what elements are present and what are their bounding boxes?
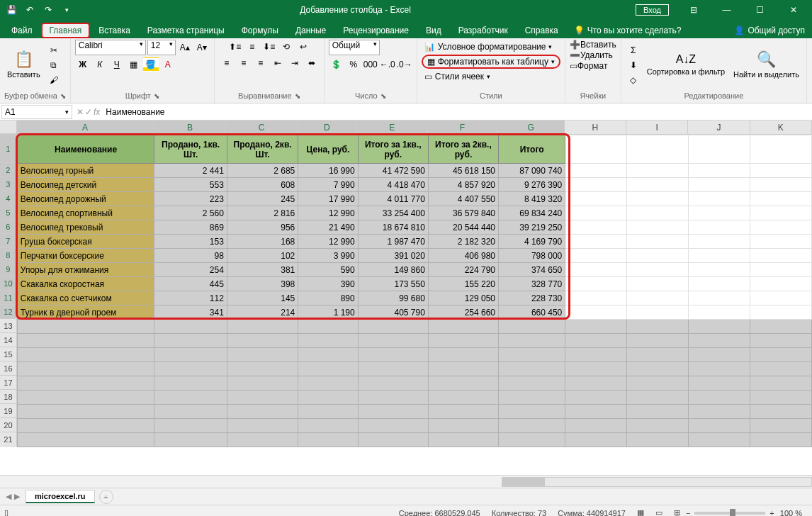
tab-formulas[interactable]: Формулы bbox=[233, 23, 287, 38]
cell[interactable]: 36 579 840 bbox=[428, 206, 498, 220]
cell[interactable]: Турник в дверной проем bbox=[17, 305, 154, 320]
cell[interactable]: 391 020 bbox=[358, 249, 428, 263]
table-row[interactable]: Скакалка со счетчиком11214589099 680129 … bbox=[17, 291, 811, 305]
row-header-8[interactable]: 8 bbox=[0, 248, 17, 262]
format-cells-button[interactable]: ▭Формат bbox=[570, 61, 608, 71]
orientation-icon[interactable]: ⟲ bbox=[278, 40, 294, 54]
cell[interactable]: 228 730 bbox=[499, 291, 565, 305]
table-header[interactable]: Итого за 2кв., руб. bbox=[428, 135, 498, 164]
cell[interactable]: 149 860 bbox=[358, 263, 428, 277]
table-row[interactable] bbox=[17, 419, 811, 433]
cell[interactable]: 553 bbox=[154, 178, 227, 192]
row-header-6[interactable]: 6 bbox=[0, 220, 17, 234]
cell[interactable]: 608 bbox=[227, 178, 298, 192]
tab-insert[interactable]: Вставка bbox=[90, 23, 139, 38]
cell[interactable]: 2 560 bbox=[154, 206, 227, 220]
cell[interactable]: 374 650 bbox=[499, 263, 565, 277]
align-bottom-icon[interactable]: ⬇≡ bbox=[261, 40, 277, 54]
row-header-15[interactable]: 15 bbox=[0, 347, 17, 361]
number-format-select[interactable]: Общий bbox=[329, 40, 380, 55]
decrease-font-icon[interactable]: A▾ bbox=[194, 40, 210, 55]
cell[interactable]: 4 011 770 bbox=[358, 192, 428, 206]
sheet-nav-next-icon[interactable]: ▶ bbox=[14, 492, 20, 501]
cell[interactable]: 890 bbox=[298, 291, 358, 305]
table-header[interactable]: Продано, 2кв. Шт. bbox=[227, 135, 298, 164]
cell[interactable]: 87 090 740 bbox=[499, 164, 565, 178]
cell[interactable]: 398 bbox=[227, 277, 298, 291]
autosum-icon[interactable]: Σ bbox=[626, 43, 641, 57]
minimize-icon[interactable]: — bbox=[711, 0, 743, 20]
cell[interactable]: 45 618 150 bbox=[428, 164, 498, 178]
align-middle-icon[interactable]: ≡ bbox=[244, 40, 260, 54]
cell[interactable]: 2 182 320 bbox=[428, 235, 498, 249]
col-header-E[interactable]: E bbox=[357, 120, 427, 134]
font-size-select[interactable]: 12 bbox=[147, 40, 176, 55]
row-header-20[interactable]: 20 bbox=[0, 418, 17, 432]
format-painter-icon[interactable]: 🖌 bbox=[46, 73, 62, 87]
row-header-19[interactable]: 19 bbox=[0, 404, 17, 418]
decrease-decimal-icon[interactable]: .0→ bbox=[397, 57, 412, 72]
name-box[interactable]: A1▾ bbox=[1, 105, 72, 119]
row-header-2[interactable]: 2 bbox=[0, 163, 17, 177]
login-button[interactable]: Вход bbox=[636, 4, 669, 16]
tab-review[interactable]: Рецензирование bbox=[334, 23, 417, 38]
cell[interactable]: 102 bbox=[227, 249, 298, 263]
cell[interactable]: 224 790 bbox=[428, 263, 498, 277]
tab-data[interactable]: Данные bbox=[287, 23, 334, 38]
font-name-select[interactable]: Calibri bbox=[75, 40, 146, 55]
cell[interactable]: 254 bbox=[154, 263, 227, 277]
cell[interactable]: 390 bbox=[298, 277, 358, 291]
row-header-18[interactable]: 18 bbox=[0, 390, 17, 404]
cell-styles-button[interactable]: ▭Стили ячеек▾ bbox=[422, 69, 493, 84]
col-header-K[interactable]: K bbox=[750, 120, 812, 134]
cell[interactable]: Перчатки боксерские bbox=[17, 249, 154, 263]
cell[interactable]: 223 bbox=[154, 192, 227, 206]
col-header-C[interactable]: C bbox=[226, 120, 297, 134]
table-row[interactable]: Велосипед спортивный2 5602 81612 99033 2… bbox=[17, 206, 811, 220]
cell[interactable]: 20 544 440 bbox=[428, 220, 498, 235]
col-header-I[interactable]: I bbox=[626, 120, 688, 134]
number-launcher-icon[interactable]: ⬊ bbox=[380, 92, 386, 100]
cell[interactable]: 341 bbox=[154, 305, 227, 320]
cell[interactable]: 660 450 bbox=[499, 305, 565, 320]
row-header-9[interactable]: 9 bbox=[0, 262, 17, 276]
row-header-5[interactable]: 5 bbox=[0, 206, 17, 220]
tab-file[interactable]: Файл bbox=[3, 23, 41, 38]
increase-font-icon[interactable]: A▴ bbox=[177, 40, 193, 55]
tab-help[interactable]: Справка bbox=[517, 23, 567, 38]
row-header-10[interactable]: 10 bbox=[0, 276, 17, 291]
cell[interactable]: 405 790 bbox=[358, 305, 428, 320]
tell-me[interactable]: 💡Что вы хотите сделать? bbox=[567, 23, 689, 38]
cell[interactable]: 21 490 bbox=[298, 220, 358, 235]
cell[interactable]: 12 990 bbox=[298, 206, 358, 220]
confirm-formula-icon[interactable]: ✓ bbox=[85, 107, 92, 117]
cell[interactable]: 956 bbox=[227, 220, 298, 235]
table-row[interactable]: Перчатки боксерские981023 990391 020406 … bbox=[17, 249, 811, 263]
table-header[interactable]: Цена, руб. bbox=[298, 135, 358, 164]
copy-icon[interactable]: ⧉ bbox=[46, 58, 62, 72]
sheet-nav-prev-icon[interactable]: ◀ bbox=[6, 492, 11, 501]
delete-cells-button[interactable]: ➖Удалить bbox=[570, 50, 613, 60]
redo-icon[interactable]: ↷ bbox=[40, 1, 57, 18]
view-pagelayout-icon[interactable]: ▭ bbox=[650, 508, 668, 516]
share-button[interactable]: 👤Общий доступ bbox=[727, 23, 812, 38]
font-launcher-icon[interactable]: ⬊ bbox=[154, 92, 159, 100]
row-header-17[interactable]: 17 bbox=[0, 376, 17, 390]
cell[interactable]: Велосипед спортивный bbox=[17, 206, 154, 220]
cell[interactable]: 39 219 250 bbox=[499, 220, 565, 235]
table-row[interactable]: Велосипед трековый86995621 49018 674 810… bbox=[17, 220, 811, 235]
cell[interactable]: 129 050 bbox=[428, 291, 498, 305]
maximize-icon[interactable]: ☐ bbox=[744, 0, 776, 20]
table-row[interactable] bbox=[17, 334, 811, 348]
cell[interactable]: 4 857 920 bbox=[428, 178, 498, 192]
cell[interactable]: 869 bbox=[154, 220, 227, 235]
align-right-icon[interactable]: ≡ bbox=[253, 56, 269, 70]
col-header-F[interactable]: F bbox=[427, 120, 497, 134]
cell[interactable]: Скакалка со счетчиком bbox=[17, 291, 154, 305]
cell[interactable]: 2 816 bbox=[227, 206, 298, 220]
underline-icon[interactable]: Ч bbox=[109, 57, 125, 72]
cell[interactable]: 406 980 bbox=[428, 249, 498, 263]
cell[interactable]: 145 bbox=[227, 291, 298, 305]
comma-icon[interactable]: 000 bbox=[363, 57, 378, 72]
bold-icon[interactable]: Ж bbox=[75, 57, 91, 72]
